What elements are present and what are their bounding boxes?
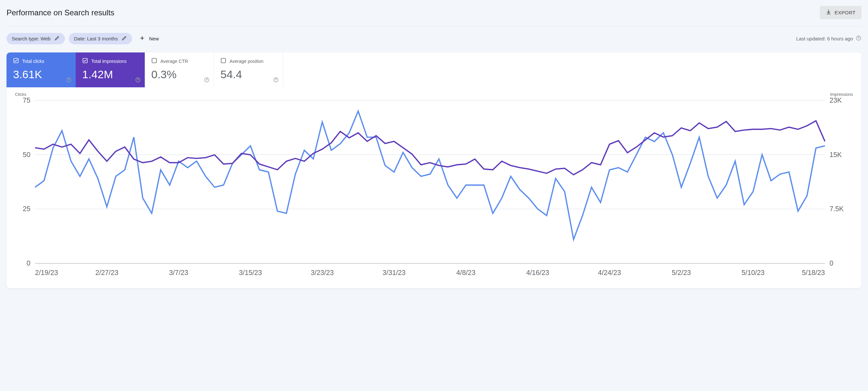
performance-panel: Total clicks 3.61K Total impressions 1.4…: [6, 53, 862, 288]
filter-search-type-label: Search type: Web: [12, 36, 51, 41]
svg-point-4: [68, 81, 69, 82]
svg-text:3/23/23: 3/23/23: [311, 269, 334, 276]
svg-text:3/31/23: 3/31/23: [382, 269, 406, 276]
svg-text:0: 0: [27, 259, 31, 267]
svg-text:7.5K: 7.5K: [830, 205, 844, 213]
metric-value: 0.3%: [151, 68, 207, 81]
svg-point-7: [137, 81, 138, 82]
checkbox-checked-icon: [13, 58, 19, 65]
svg-text:2/19/23: 2/19/23: [35, 269, 58, 276]
filter-date-label: Date: Last 3 months: [74, 36, 118, 41]
add-filter-button[interactable]: New: [136, 33, 162, 45]
svg-text:2/27/23: 2/27/23: [95, 269, 118, 276]
metric-label: Total impressions: [91, 59, 126, 64]
download-icon: [826, 9, 832, 16]
svg-text:4/16/23: 4/16/23: [526, 269, 550, 276]
svg-text:5/18/23: 5/18/23: [802, 269, 825, 276]
last-updated-text: Last updated: 6 hours ago: [796, 36, 853, 41]
svg-rect-11: [221, 58, 226, 63]
export-label: EXPORT: [835, 10, 856, 15]
help-icon[interactable]: [204, 77, 210, 84]
svg-text:0: 0: [830, 259, 833, 267]
add-filter-label: New: [149, 36, 159, 41]
help-icon[interactable]: [66, 77, 72, 84]
page-title: Performance on Search results: [6, 8, 115, 17]
help-icon[interactable]: [856, 35, 862, 42]
svg-text:23K: 23K: [830, 97, 842, 104]
svg-point-13: [276, 81, 276, 82]
filter-search-type[interactable]: Search type: Web: [6, 33, 65, 44]
svg-rect-8: [152, 58, 156, 63]
metric-value: 1.42M: [82, 68, 138, 81]
y-left-axis-title: Clicks: [15, 92, 26, 97]
metric-label: Total clicks: [22, 59, 44, 64]
svg-text:4/8/23: 4/8/23: [456, 269, 475, 276]
y-right-axis-title: Impressions: [830, 92, 853, 97]
help-icon[interactable]: [273, 77, 279, 84]
svg-text:4/24/23: 4/24/23: [598, 269, 621, 276]
svg-text:3/15/23: 3/15/23: [239, 269, 262, 276]
pencil-icon: [122, 35, 127, 42]
svg-text:50: 50: [23, 151, 31, 158]
checkbox-unchecked-icon: [151, 58, 157, 65]
svg-point-10: [207, 81, 207, 82]
checkbox-checked-icon: [82, 58, 88, 65]
svg-text:25: 25: [23, 205, 31, 213]
metric-tab-ctr[interactable]: Average CTR 0.3%: [145, 53, 214, 87]
export-button[interactable]: EXPORT: [820, 6, 862, 19]
performance-chart: 025507507.5K15K23K2/19/232/27/233/7/233/…: [14, 97, 854, 281]
metric-label: Average position: [229, 59, 264, 64]
metric-tab-clicks[interactable]: Total clicks 3.61K: [6, 53, 76, 87]
metric-tab-impressions[interactable]: Total impressions 1.42M: [76, 53, 145, 87]
svg-text:75: 75: [23, 97, 31, 104]
metric-label: Average CTR: [160, 59, 188, 64]
filter-date-range[interactable]: Date: Last 3 months: [69, 33, 132, 44]
svg-text:3/7/23: 3/7/23: [169, 269, 188, 276]
metric-value: 54.4: [220, 68, 276, 81]
checkbox-unchecked-icon: [220, 58, 226, 65]
pencil-icon: [55, 35, 60, 42]
help-icon[interactable]: [135, 77, 141, 84]
svg-text:15K: 15K: [830, 151, 842, 158]
metric-value: 3.61K: [13, 68, 69, 81]
svg-text:5/10/23: 5/10/23: [742, 269, 765, 276]
plus-icon: [139, 35, 145, 42]
last-updated: Last updated: 6 hours ago: [796, 35, 862, 42]
svg-point-1: [858, 39, 859, 40]
metric-tab-position[interactable]: Average position 54.4: [214, 53, 283, 87]
svg-text:5/2/23: 5/2/23: [672, 269, 691, 276]
